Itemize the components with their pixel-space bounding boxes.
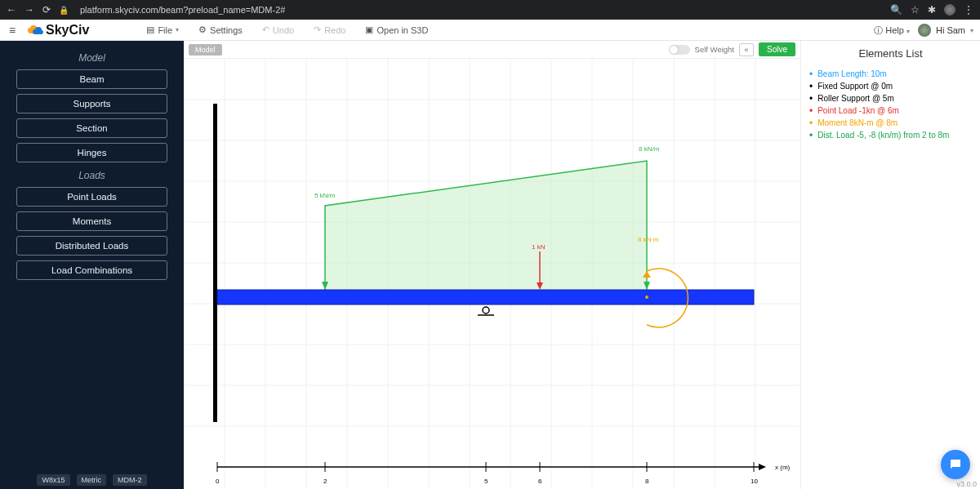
bullet-icon: • — [809, 69, 813, 79]
right-panel: Elements List •Beam Length: 10m•Fixed Su… — [800, 41, 980, 489]
collapse-right-pane[interactable]: « — [739, 43, 754, 56]
fixed-support — [213, 104, 217, 422]
tab-model[interactable]: Model — [189, 44, 222, 56]
svg-text:8: 8 — [645, 478, 649, 485]
extensions-icon[interactable]: ✱ — [928, 4, 936, 16]
svg-text:6: 6 — [538, 478, 542, 485]
elements-list-label: Moment 8kN-m @ 8m — [817, 117, 898, 129]
x-axis-label: x (m) — [775, 464, 791, 471]
right-panel-title: Elements List — [809, 47, 972, 60]
canvas-header: Model Self Weight « Solve — [184, 41, 800, 59]
x-axis: 0 2 5 6 8 10 x (m) — [216, 462, 791, 485]
elements-list-item[interactable]: •Beam Length: 10m — [809, 68, 972, 80]
menu-open-s3d[interactable]: ▣ Open in S3D — [365, 24, 428, 35]
dist-load-start-label: 5 kN/m — [314, 192, 336, 199]
dist-load-end-label: 8 kN/m — [639, 145, 660, 153]
elements-list-item[interactable]: •Moment 8kN-m @ 8m — [809, 117, 972, 129]
elements-list-item[interactable]: •Point Load -1kn @ 6m — [809, 104, 972, 117]
chevron-down-icon: ▾ — [176, 26, 179, 33]
profile-avatar[interactable] — [944, 4, 956, 16]
solve-button[interactable]: Solve — [759, 42, 795, 56]
gear-icon: ⚙ — [198, 24, 207, 35]
hamburger-icon[interactable]: ≡ — [0, 24, 24, 37]
self-weight-label: Self Weight — [695, 45, 734, 54]
self-weight-toggle[interactable] — [669, 45, 690, 55]
elements-list-label: Point Load -1kn @ 6m — [817, 104, 899, 117]
sidebar-btn-load-combinations[interactable]: Load Combinations — [16, 260, 167, 280]
browser-chrome: ← → ⟳ 🔒 platform.skyciv.com/beam?preload… — [0, 0, 980, 20]
nav-forward-icon[interactable]: → — [24, 4, 34, 16]
menu-undo[interactable]: ↶ Undo — [262, 24, 294, 35]
chat-launcher[interactable] — [941, 450, 970, 479]
lock-icon: 🔒 — [59, 6, 69, 15]
svg-marker-32 — [759, 464, 766, 470]
undo-icon: ↶ — [262, 24, 270, 35]
url-text: platform.skyciv.com/beam?preload_name=MD… — [80, 5, 882, 15]
sidebar-section-loads: Loads — [78, 170, 105, 181]
elements-list: •Beam Length: 10m•Fixed Support @ 0m•Rol… — [809, 68, 972, 141]
user-menu[interactable]: Hi Sam ▾ — [918, 24, 973, 37]
app-logo[interactable]: SkyCiv — [26, 23, 89, 38]
sidebar-btn-beam[interactable]: Beam — [16, 69, 167, 89]
moment-label: 8 kN·m — [638, 236, 659, 243]
sidebar-btn-section[interactable]: Section — [16, 118, 167, 138]
bullet-icon: • — [809, 82, 813, 91]
menu-help[interactable]: ⓘ Help ▾ — [874, 24, 910, 37]
menu-file[interactable]: ▤ File ▾ — [146, 24, 179, 35]
sidebar-tags: W8x15 Metric MDM-2 — [0, 474, 184, 486]
redo-icon: ↷ — [314, 24, 321, 35]
beam-body — [217, 290, 754, 305]
sidebar-btn-point-loads[interactable]: Point Loads — [16, 187, 167, 207]
bullet-icon: • — [809, 131, 813, 140]
elements-list-label: Dist. Load -5, -8 (kn/m) from 2 to 8m — [817, 129, 949, 141]
user-avatar — [918, 24, 931, 37]
beam-viewport[interactable]: 5 kN/m 8 kN/m 1 kN 8 kN·m 0 2 5 — [184, 59, 800, 489]
nav-back-icon[interactable]: ← — [7, 4, 16, 16]
svg-point-25 — [483, 307, 489, 313]
elements-list-label: Beam Length: 10m — [817, 68, 887, 80]
point-load-label: 1 kN — [532, 243, 546, 251]
svg-point-30 — [645, 296, 648, 299]
star-icon[interactable]: ☆ — [911, 4, 920, 16]
canvas-pane: Model Self Weight « Solve — [184, 41, 800, 489]
kebab-icon[interactable]: ⋮ — [964, 4, 973, 16]
search-icon[interactable]: 🔍 — [890, 4, 902, 16]
help-icon: ⓘ — [874, 25, 883, 35]
chevron-down-icon: ▾ — [970, 27, 973, 34]
menu-settings[interactable]: ⚙ Settings — [198, 24, 243, 35]
version-label: v3.0.0 — [956, 480, 977, 488]
svg-text:2: 2 — [323, 478, 327, 485]
cube-icon: ▣ — [365, 24, 373, 35]
elements-list-item[interactable]: •Dist. Load -5, -8 (kn/m) from 2 to 8m — [809, 129, 972, 141]
svg-text:0: 0 — [216, 478, 220, 485]
bullet-icon: • — [809, 94, 813, 104]
chat-icon — [948, 457, 963, 472]
menu-redo[interactable]: ↷ Redo — [314, 24, 345, 35]
sidebar-section-model: Model — [78, 52, 105, 64]
file-icon: ▤ — [146, 24, 154, 35]
chevron-down-icon: ▾ — [906, 28, 910, 35]
cloud-icon — [26, 24, 44, 37]
sidebar-btn-hinges[interactable]: Hinges — [16, 143, 167, 162]
svg-text:5: 5 — [484, 478, 488, 485]
sidebar-btn-supports[interactable]: Supports — [16, 94, 167, 113]
tag-section[interactable]: W8x15 — [37, 474, 69, 486]
roller-support — [478, 307, 494, 315]
svg-text:10: 10 — [751, 478, 758, 485]
elements-list-label: Roller Support @ 5m — [817, 92, 894, 104]
tag-project[interactable]: MDM-2 — [113, 474, 147, 486]
tag-units[interactable]: Metric — [77, 474, 107, 486]
elements-list-label: Fixed Support @ 0m — [817, 80, 893, 92]
app-bar: ≡ SkyCiv ▤ File ▾ ⚙ Settings ↶ Undo ↷ Re… — [0, 20, 980, 41]
bullet-icon: • — [809, 118, 813, 128]
dist-load-fill — [325, 161, 647, 290]
app-logo-text: SkyCiv — [46, 23, 89, 38]
elements-list-item[interactable]: •Roller Support @ 5m — [809, 92, 972, 104]
sidebar-btn-distributed-loads[interactable]: Distributed Loads — [16, 236, 167, 256]
elements-list-item[interactable]: •Fixed Support @ 0m — [809, 80, 972, 92]
sidebar-btn-moments[interactable]: Moments — [16, 211, 167, 231]
left-sidebar: Model Beam Supports Section Hinges Loads… — [0, 41, 184, 489]
bullet-icon: • — [809, 106, 813, 116]
nav-reload-icon[interactable]: ⟳ — [42, 4, 51, 16]
